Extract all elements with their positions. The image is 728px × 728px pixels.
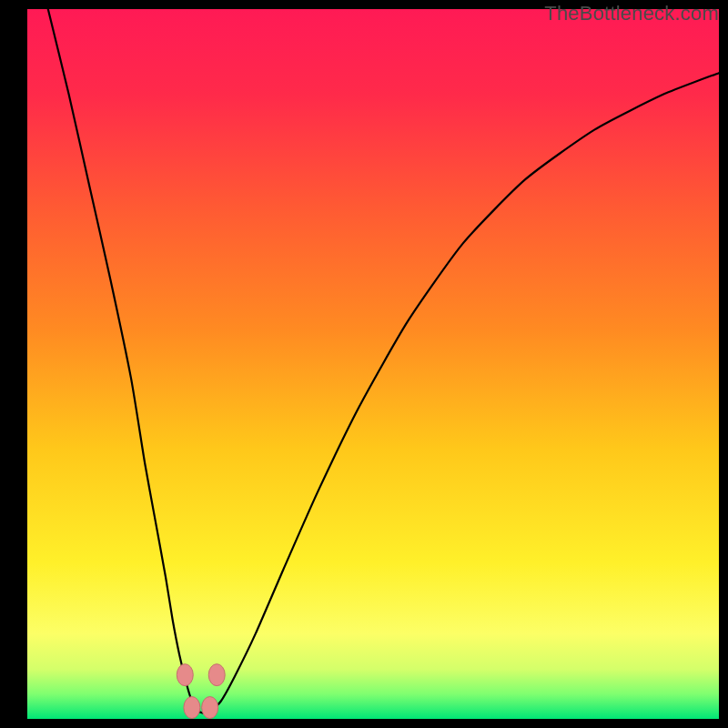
- watermark-text: TheBottleneck.com: [544, 2, 719, 25]
- curve-marker: [184, 697, 200, 719]
- chart-frame: [27, 9, 719, 719]
- curve-marker: [208, 664, 225, 686]
- curve-marker: [177, 664, 193, 686]
- chart-svg: [27, 9, 719, 719]
- gradient-background: [27, 9, 719, 719]
- curve-marker: [202, 697, 218, 719]
